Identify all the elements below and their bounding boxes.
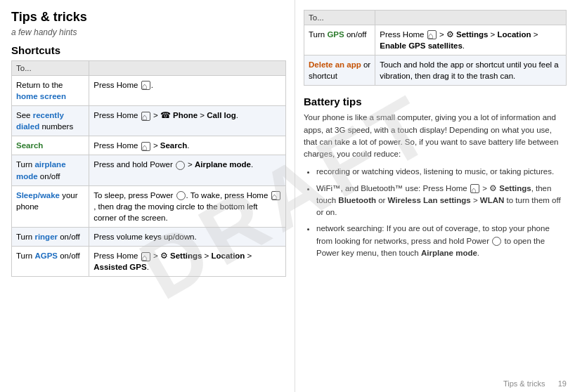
action-cell: Sleep/wake your phone — [12, 185, 89, 227]
right-table-header-col2 — [375, 11, 567, 25]
table-row: Sleep/wake your phone To sleep, press Po… — [12, 185, 286, 227]
right-top-table: To... Turn GPS on/off Press Home > ⚙ Set… — [304, 10, 567, 86]
table-row: Turn AGPS on/off Press Home > ⚙ Settings… — [12, 247, 286, 277]
instruction-cell: Press Home . — [89, 76, 286, 106]
page-footer: Tips & tricks 19 — [503, 379, 567, 388]
bold-calllog: Call log — [207, 111, 236, 119]
battery-section: Battery tips Your phone is like a small … — [304, 96, 567, 385]
action-cell: Delete an app or shortcut — [304, 55, 375, 86]
home-icon — [470, 184, 479, 193]
bold-settings3: Settings — [499, 184, 531, 192]
table-header-col1: To... — [12, 61, 89, 76]
battery-tip-3: network searching: If you are out of cov… — [316, 223, 567, 259]
instruction-cell: Press and hold Power > Airplane mode. — [89, 155, 286, 185]
highlight-home-screen: home screen — [16, 92, 66, 100]
highlight-agps: AGPS — [34, 251, 58, 260]
battery-title: Battery tips — [304, 96, 567, 107]
highlight-gps: GPS — [327, 30, 344, 39]
section1-title: Shortcuts — [11, 44, 286, 56]
instruction-cell: To sleep, press Power . To wake, press H… — [89, 185, 286, 227]
page-title: Tips & tricks — [11, 10, 286, 25]
table-row: Delete an app or shortcut Touch and hold… — [304, 55, 567, 86]
home-icon — [141, 81, 150, 90]
bold-settings1: Settings — [170, 251, 202, 260]
bold-location1: Location — [211, 251, 245, 260]
table-header-col2 — [89, 61, 286, 76]
bold-airplane: Airplane mode — [195, 160, 251, 169]
action-cell: Search — [12, 136, 89, 155]
power-icon — [492, 237, 501, 246]
bold-enablegps: Enable GPS satellites — [380, 41, 463, 50]
bold-phone: Phone — [173, 111, 198, 119]
instruction-cell: Press volume keys up/down. — [89, 227, 286, 246]
table-row: Turn GPS on/off Press Home > ⚙ Settings … — [304, 25, 567, 55]
highlight-recently-dialed: recently dialed — [16, 111, 64, 131]
home-icon — [141, 252, 150, 261]
bold-airplane2: Airplane mode — [421, 249, 477, 257]
battery-list: recording or watching videos, listening … — [304, 166, 567, 259]
bold-assistedgps: Assisted GPS — [93, 263, 146, 271]
bold-bluetooth: Bluetooth — [338, 196, 376, 204]
table-row: Return to the home screen Press Home . — [12, 76, 286, 106]
bold-wlan-settings: Wireless Lan settings — [388, 196, 471, 204]
power-icon — [176, 161, 185, 170]
page-number: 19 — [558, 379, 567, 388]
home-icon — [427, 30, 437, 39]
instruction-cell: Press Home > ⚙ Settings > Location > Ass… — [89, 247, 286, 277]
action-cell: Return to the home screen — [12, 76, 89, 106]
instruction-cell: Press Home > ☎ Phone > Call log. — [89, 106, 286, 136]
instruction-cell: Press Home > Search. — [89, 136, 286, 155]
home-icon — [141, 112, 150, 121]
highlight-delete-app: Delete an app — [309, 60, 361, 69]
action-cell: Turn airplane mode on/off — [12, 155, 89, 185]
bold-wlan: WLAN — [480, 196, 505, 204]
table-row: Turn ringer on/off Press volume keys up/… — [12, 227, 286, 246]
table-row: Turn airplane mode on/off Press and hold… — [12, 155, 286, 185]
instruction-cell: Touch and hold the app or shortcut until… — [375, 55, 567, 86]
table-row: Search Press Home > Search. — [12, 136, 286, 155]
right-column: To... Turn GPS on/off Press Home > ⚙ Set… — [295, 0, 575, 392]
battery-tip-2: WiFi™, and Bluetooth™ use: Press Home > … — [316, 183, 567, 219]
home-icon — [271, 191, 280, 200]
left-column: Tips & tricks a few handy hints Shortcut… — [0, 0, 295, 392]
highlight-airplane-mode: airplane mode — [16, 160, 66, 180]
table-row: See recently dialed numbers Press Home >… — [12, 106, 286, 136]
action-cell: Turn GPS on/off — [304, 25, 375, 55]
page-container: DRAFT Tips & tricks a few handy hints Sh… — [0, 0, 575, 392]
battery-intro: Your phone is like a small computer, giv… — [304, 112, 567, 160]
footer-text: Tips & tricks — [503, 379, 545, 388]
action-cell: Turn ringer on/off — [12, 227, 89, 246]
shortcuts-table: To... Return to the home screen Press Ho… — [11, 60, 286, 277]
action-cell: See recently dialed numbers — [12, 106, 89, 136]
subtitle: a few handy hints — [11, 27, 286, 37]
home-icon — [141, 142, 150, 151]
battery-tip-1: recording or watching videos, listening … — [316, 166, 567, 178]
right-table-header-col1: To... — [304, 11, 375, 25]
highlight-ringer: ringer — [34, 233, 58, 241]
highlight-search: Search — [16, 141, 43, 150]
power-icon — [176, 191, 186, 200]
instruction-cell: Press Home > ⚙ Settings > Location > Ena… — [375, 25, 567, 55]
bold-location2: Location — [498, 30, 531, 39]
action-cell: Turn AGPS on/off — [12, 247, 89, 277]
bold-search: Search — [160, 141, 187, 150]
bold-settings2: Settings — [456, 30, 488, 39]
highlight-sleep-wake: Sleep/wake — [16, 191, 60, 200]
